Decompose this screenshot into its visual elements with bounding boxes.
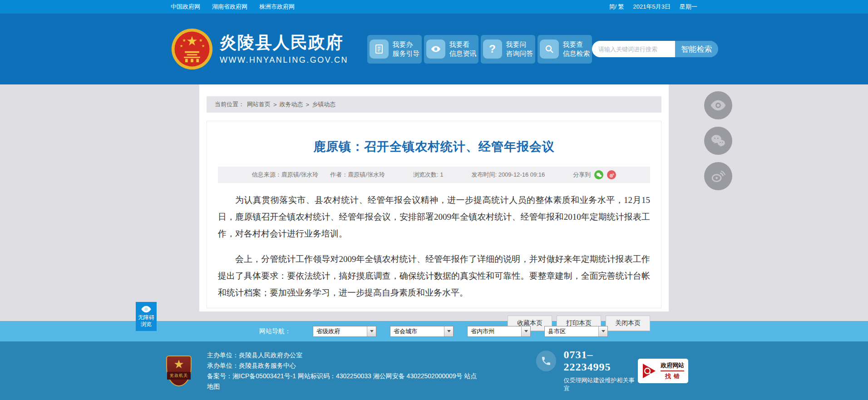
- badge-emblem-icon: ★: [173, 356, 184, 372]
- link-zhuzhou-gov[interactable]: 株洲市政府网: [259, 3, 295, 11]
- site-navigation-bar: 网站导航： 省级政府 省会城市 省内市州 县市区: [0, 321, 868, 341]
- link-hunan-gov[interactable]: 湖南省政府网: [212, 3, 247, 11]
- weibo-icon: [710, 169, 726, 183]
- dropdown-selected-value: 省级政府: [313, 327, 367, 336]
- article-card: 鹿原镇：召开全镇农村统计、经管年报会议 信息来源：鹿原镇/张水玲 作者：鹿原镇/…: [207, 121, 661, 308]
- dropdown-selected-value: 县市区: [545, 327, 598, 336]
- breadcrumb-home[interactable]: 网站首页: [247, 100, 271, 109]
- eye-icon: [710, 100, 726, 111]
- article-meta-bar: 信息来源：鹿原镇/张水玲 作者：鹿原镇/张水玲 浏览次数: 1 发布时间: 20…: [218, 167, 650, 183]
- icp-record: 备案号：湘ICP备05003421号-1 网站标识码：4302250033 湘公…: [207, 372, 463, 380]
- service-line1: 我要办: [393, 40, 413, 48]
- share-wechat-icon[interactable]: [594, 170, 603, 179]
- article-body: 为认真贯彻落实市、县农村统计、经管年报会议精神，进一步提高统计人员的整体素质和业…: [218, 192, 650, 301]
- language-toggle[interactable]: 简/ 繁: [609, 3, 624, 11]
- chevron-down-icon: [367, 326, 376, 336]
- site-nav-label: 网站导航：: [259, 327, 291, 336]
- article-title: 鹿原镇：召开全镇农村统计、经管年报会议: [218, 138, 650, 155]
- question-icon: ?: [483, 40, 502, 59]
- breadcrumb-level1[interactable]: 政务动态: [280, 100, 303, 109]
- svg-text:★: ★: [199, 38, 202, 43]
- dropdown-provincial-gov[interactable]: 省级政府: [313, 326, 376, 337]
- service-button-search[interactable]: 我要查信息检索: [538, 35, 592, 64]
- search-input[interactable]: [592, 41, 675, 57]
- wechat-share-button[interactable]: [704, 127, 732, 155]
- service-line1: 我要问: [506, 40, 527, 48]
- svg-text:★: ★: [182, 38, 186, 43]
- service-line2: 咨询问答: [506, 49, 533, 57]
- current-date: 2021年5月3日: [633, 3, 671, 11]
- organizer-unit: 承办单位：炎陵县政务服务中心: [207, 360, 482, 371]
- current-weekday: 星期一: [680, 3, 697, 11]
- site-url: WWW.HNYANLING.GOV.CN: [220, 55, 348, 65]
- wechat-icon: [710, 134, 726, 148]
- dropdown-province-cities[interactable]: 省内市州: [467, 326, 531, 337]
- document-icon: [370, 40, 389, 59]
- svg-text:★: ★: [180, 44, 183, 48]
- chevron-down-icon: [521, 326, 530, 336]
- dropdown-selected-value: 省会城市: [390, 327, 444, 336]
- accessibility-eye-button[interactable]: [704, 91, 732, 119]
- main-content-area: 当前位置： 网站首页 > 政务动态 > 乡镇动态 鹿原镇：召开全镇农村统计、经管…: [0, 84, 868, 321]
- dropdown-county-districts[interactable]: 县市区: [544, 326, 608, 337]
- service-button-handle[interactable]: 我要办服务引导: [367, 35, 422, 64]
- accessibility-label-line2: 浏览: [141, 321, 152, 328]
- chevron-down-icon: [598, 326, 607, 336]
- top-utility-bar: 中国政府网 湖南省政府网 株洲市政府网 简/ 繁 2021年5月3日 星期一: [0, 0, 868, 14]
- floating-toolbar: [704, 91, 732, 190]
- site-title: 炎陵县人民政府: [220, 33, 348, 53]
- magnifier-icon: [540, 40, 559, 59]
- link-china-gov[interactable]: 中国政府网: [171, 3, 200, 11]
- smart-search-button[interactable]: 智能检索: [675, 41, 718, 57]
- breadcrumb-label: 当前位置：: [215, 100, 244, 109]
- share-label: 分享到: [573, 171, 591, 179]
- service-line2: 信息资讯: [449, 49, 477, 57]
- badge-label: 党政机关: [167, 372, 191, 380]
- footer-info: 主办单位：炎陵县人民政府办公室 承办单位：炎陵县政务服务中心 备案号：湘ICP备…: [207, 350, 482, 392]
- chevron-down-icon: [444, 326, 453, 336]
- site-footer: ★ 党政机关 主办单位：炎陵县人民政府办公室 承办单位：炎陵县政务服务中心 备案…: [0, 341, 868, 400]
- meta-author: 作者：鹿原镇/张水玲: [330, 171, 385, 179]
- breadcrumb-level2[interactable]: 乡镇动态: [312, 100, 335, 109]
- contact-phone-number: 0731–22234995: [563, 349, 638, 373]
- error-badge-line2: 找错: [662, 372, 682, 380]
- website-error-report-badge[interactable]: 政府网站 找错: [638, 359, 688, 383]
- meta-source: 信息来源：鹿原镇/张水玲: [252, 171, 319, 179]
- breadcrumb: 当前位置： 网站首页 > 政务动态 > 乡镇动态: [207, 96, 661, 113]
- svg-text:★: ★: [186, 34, 197, 49]
- quick-service-buttons: 我要办服务引导 我要看信息资讯 ? 我要问咨询问答: [367, 35, 592, 64]
- service-button-view[interactable]: 我要看信息资讯: [424, 35, 478, 64]
- service-line1: 我要查: [563, 40, 583, 48]
- meta-views: 浏览次数: 1: [413, 171, 443, 179]
- phone-icon: [536, 351, 557, 371]
- footer-contact: 0731–22234995 仅受理网站建设维护相关事宜: [536, 349, 638, 393]
- accessibility-browse-button[interactable]: 无障碍 浏览: [136, 302, 157, 331]
- accessibility-label-line1: 无障碍: [138, 314, 154, 321]
- eye-icon: [426, 40, 445, 59]
- meta-pubtime: 发布时间: 2009-12-16 09:16: [471, 171, 545, 179]
- service-line2: 服务引导: [393, 49, 420, 57]
- share-weibo-icon[interactable]: [607, 170, 616, 179]
- gov-links: 中国政府网 湖南省政府网 株洲市政府网: [171, 3, 295, 11]
- site-header: ★ ★ ★ ★ ★ 炎陵县人民政府 WWW.HNYANLING.GOV.CN: [0, 14, 868, 84]
- breadcrumb-separator: >: [273, 101, 277, 108]
- article-paragraph: 为认真贯彻落实市、县农村统计、经管年报会议精神，进一步提高统计人员的整体素质和业…: [218, 192, 650, 242]
- contact-phone-note: 仅受理网站建设维护相关事宜: [563, 376, 638, 393]
- host-unit: 主办单位：炎陵县人民政府办公室: [207, 350, 482, 360]
- content-panel: 当前位置： 网站首页 > 政务动态 > 乡镇动态 鹿原镇：召开全镇农村统计、经管…: [199, 84, 669, 311]
- error-badge-line1: 政府网站: [661, 361, 684, 371]
- eye-icon: [141, 306, 151, 313]
- service-line2: 信息检索: [563, 49, 590, 57]
- site-search: 智能检索: [592, 41, 718, 57]
- service-line1: 我要看: [449, 40, 470, 48]
- dropdown-selected-value: 省内市州: [468, 327, 521, 336]
- svg-text:★: ★: [202, 44, 205, 48]
- service-button-ask[interactable]: ? 我要问咨询问答: [481, 35, 535, 64]
- party-gov-badge[interactable]: ★ 党政机关: [166, 356, 192, 386]
- national-emblem-icon: ★ ★ ★ ★ ★: [171, 28, 213, 70]
- article-paragraph: 会上，分管统计工作领导对2009年全镇农村统计、经管年报作了详细的说明，并对做好…: [218, 251, 650, 301]
- dropdown-capital-cities[interactable]: 省会城市: [390, 326, 454, 337]
- error-flag-icon: [642, 363, 657, 379]
- site-logo[interactable]: ★ ★ ★ ★ ★ 炎陵县人民政府 WWW.HNYANLING.GOV.CN: [171, 28, 348, 70]
- weibo-share-button[interactable]: [704, 162, 732, 190]
